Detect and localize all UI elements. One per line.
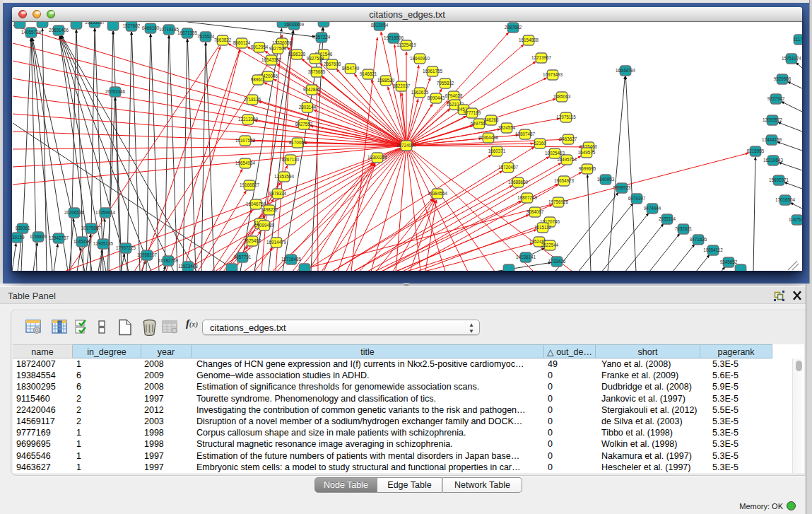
- svg-text:18724007: 18724007: [396, 143, 417, 148]
- svg-text:10958107: 10958107: [137, 252, 158, 257]
- svg-text:16914479: 16914479: [266, 240, 287, 245]
- svg-text:17957225: 17957225: [116, 245, 136, 250]
- svg-text:16961755: 16961755: [423, 69, 443, 74]
- svg-text:11325419: 11325419: [396, 42, 416, 47]
- svg-text:1156829: 1156829: [30, 234, 47, 239]
- svg-text:16671355: 16671355: [177, 30, 198, 35]
- svg-text:18300295: 18300295: [367, 155, 388, 160]
- svg-text:1615112: 1615112: [534, 225, 552, 230]
- svg-text:20364436: 20364436: [478, 135, 499, 140]
- svg-text:9084067: 9084067: [526, 209, 544, 214]
- svg-text:12444159: 12444159: [762, 137, 782, 142]
- svg-text:7632621: 7632621: [675, 226, 693, 231]
- svg-text:16648784: 16648784: [616, 68, 636, 73]
- svg-text:9329966: 9329966: [774, 76, 792, 81]
- svg-text:18640910: 18640910: [410, 56, 430, 61]
- svg-text:935061: 935061: [15, 226, 30, 230]
- svg-text:6794028: 6794028: [445, 93, 463, 98]
- svg-text:9245652: 9245652: [720, 259, 738, 264]
- svg-text:12975115: 12975115: [556, 115, 576, 119]
- svg-text:17016504: 17016504: [775, 197, 796, 202]
- svg-text:2087682: 2087682: [505, 25, 522, 30]
- svg-text:10107553: 10107553: [235, 138, 256, 143]
- svg-text:746266: 746266: [483, 117, 499, 122]
- svg-text:1145194: 1145194: [73, 239, 91, 244]
- svg-text:20053346: 20053346: [105, 89, 126, 94]
- svg-text:15751074: 15751074: [782, 56, 802, 61]
- svg-text:7515524: 7515524: [197, 34, 215, 39]
- svg-text:9657791: 9657791: [234, 255, 252, 259]
- svg-text:12905135: 12905135: [93, 241, 114, 246]
- svg-text:8660124: 8660124: [233, 40, 251, 45]
- svg-text:1733426: 1733426: [548, 259, 566, 264]
- svg-text:10688609: 10688609: [508, 180, 529, 185]
- svg-text:1527602: 1527602: [123, 23, 141, 28]
- svg-text:9227342: 9227342: [767, 96, 785, 101]
- svg-text:11923448: 11923448: [178, 264, 198, 269]
- svg-text:19218506: 19218506: [384, 35, 404, 40]
- svg-text:14099489: 14099489: [254, 223, 275, 228]
- svg-text:10973493: 10973493: [543, 72, 563, 77]
- svg-text:2935114: 2935114: [659, 216, 676, 221]
- svg-text:20691406: 20691406: [49, 28, 69, 33]
- svg-text:62160: 62160: [534, 141, 546, 146]
- svg-text:6479197: 6479197: [628, 196, 646, 201]
- svg-text:9242845: 9242845: [303, 87, 321, 92]
- svg-text:8186328: 8186328: [288, 52, 306, 57]
- svg-text:9327500: 9327500: [269, 46, 287, 51]
- svg-text:11173: 11173: [794, 37, 802, 42]
- svg-text:6466160: 6466160: [142, 25, 160, 30]
- svg-text:19654923: 19654923: [554, 178, 575, 183]
- svg-text:9777169: 9777169: [464, 110, 481, 115]
- svg-text:8454749: 8454749: [342, 66, 360, 71]
- svg-text:18807249: 18807249: [517, 195, 538, 200]
- svg-text:9474444: 9474444: [644, 206, 661, 211]
- svg-text:2803144: 2803144: [299, 105, 317, 110]
- svg-text:10655287: 10655287: [85, 22, 105, 25]
- svg-text:8215955: 8215955: [747, 148, 765, 153]
- svg-text:7663822: 7663822: [214, 37, 232, 42]
- svg-text:239159: 239159: [12, 235, 25, 240]
- svg-text:10807487: 10807487: [515, 132, 536, 136]
- svg-text:7485063: 7485063: [553, 94, 571, 99]
- svg-text:3824554: 3824554: [498, 125, 516, 130]
- svg-text:1640953: 1640953: [597, 177, 615, 182]
- svg-text:8427552: 8427552: [295, 122, 313, 127]
- svg-text:8170064: 8170064: [289, 140, 307, 145]
- svg-text:12213369: 12213369: [238, 117, 259, 122]
- svg-text:3498222: 3498222: [261, 207, 278, 212]
- svg-text:2718126: 2718126: [244, 97, 261, 102]
- svg-text:19384554: 19384554: [428, 191, 448, 196]
- svg-text:16210643: 16210643: [763, 158, 784, 163]
- svg-text:10025463: 10025463: [545, 151, 565, 156]
- svg-text:2522544: 2522544: [541, 243, 559, 247]
- svg-text:16782759: 16782759: [158, 258, 179, 263]
- svg-text:19166827: 19166827: [240, 182, 260, 187]
- svg-text:8990443: 8990443: [428, 95, 445, 100]
- svg-text:16033809: 16033809: [284, 22, 305, 27]
- svg-text:1362615: 1362615: [411, 90, 429, 95]
- svg-text:20206536: 20206536: [64, 210, 85, 215]
- svg-text:8471626: 8471626: [690, 237, 707, 242]
- svg-text:8822037: 8822037: [393, 83, 411, 88]
- svg-text:12353594: 12353594: [274, 174, 295, 179]
- svg-text:12213967: 12213967: [531, 55, 552, 60]
- svg-text:19756928: 19756928: [548, 199, 569, 204]
- svg-text:3875685: 3875685: [308, 69, 326, 74]
- svg-text:1167533: 1167533: [789, 217, 802, 222]
- svg-text:8267130: 8267130: [282, 157, 300, 162]
- svg-text:8878334: 8878334: [269, 191, 287, 196]
- svg-text:2867608: 2867608: [324, 62, 341, 66]
- svg-text:9463627: 9463627: [560, 136, 577, 141]
- svg-text:16154808: 16154808: [519, 37, 539, 42]
- svg-text:1660371: 1660371: [488, 148, 506, 153]
- svg-text:9327508: 9327508: [307, 56, 324, 61]
- svg-text:7625402: 7625402: [244, 238, 261, 243]
- svg-text:9146821: 9146821: [360, 71, 377, 76]
- svg-text:12093572: 12093572: [763, 117, 783, 122]
- svg-text:15720407: 15720407: [498, 165, 519, 170]
- svg-text:1588520: 1588520: [377, 78, 395, 83]
- svg-text:16543382: 16543382: [261, 57, 282, 62]
- svg-text:15716485: 15716485: [281, 257, 302, 262]
- svg-text:5958923: 5958923: [613, 185, 631, 190]
